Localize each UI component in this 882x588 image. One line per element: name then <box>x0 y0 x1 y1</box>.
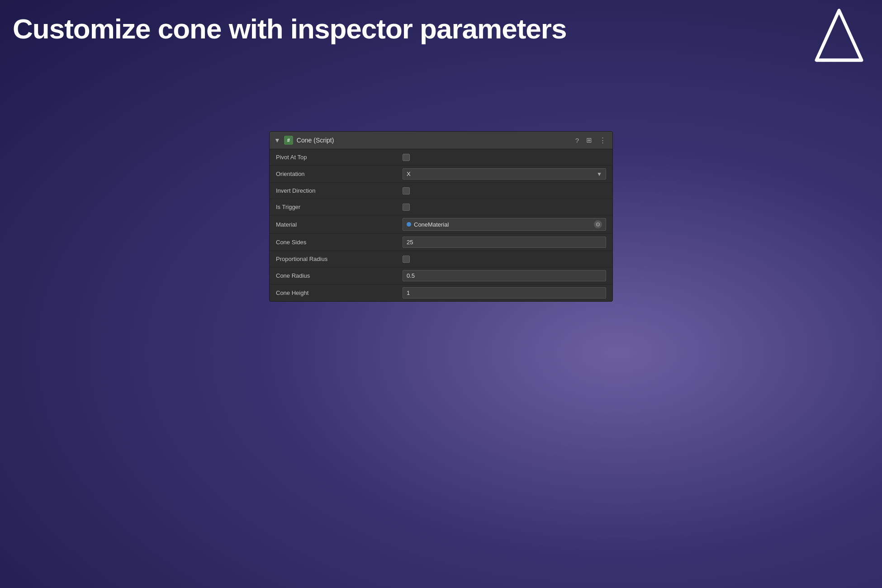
orientation-label: Orientation <box>276 171 403 177</box>
material-value: ConeMaterial ⊙ <box>403 218 606 231</box>
cone-height-value: 1 <box>403 287 606 299</box>
help-icon[interactable]: ? <box>574 136 581 145</box>
proportional-radius-row: Proportional Radius <box>270 251 612 267</box>
cone-sides-row: Cone Sides 25 <box>270 234 612 251</box>
page-title: Customize cone with inspector parameters <box>13 13 566 45</box>
inspector-panel: ▼ # Cone (Script) ? ⊞ ⋮ Pivot At Top Ori… <box>269 131 613 302</box>
pivot-at-top-value <box>403 154 606 161</box>
svg-marker-0 <box>816 10 862 60</box>
cone-height-row: Cone Height 1 <box>270 285 612 301</box>
proportional-radius-value <box>403 256 606 263</box>
is-trigger-checkbox[interactable] <box>403 204 410 211</box>
material-label: Material <box>276 221 403 228</box>
inspector-header: ▼ # Cone (Script) ? ⊞ ⋮ <box>270 132 612 149</box>
cone-icon <box>814 8 864 67</box>
settings-icon[interactable]: ⊞ <box>584 135 594 145</box>
orientation-row: Orientation X ▼ <box>270 166 612 183</box>
cone-radius-label: Cone Radius <box>276 272 403 279</box>
cone-height-field[interactable]: 1 <box>403 287 606 299</box>
proportional-radius-label: Proportional Radius <box>276 256 403 262</box>
dropdown-arrow-icon: ▼ <box>597 171 602 177</box>
collapse-arrow-icon[interactable]: ▼ <box>274 137 280 144</box>
more-options-icon[interactable]: ⋮ <box>597 135 608 145</box>
cone-sides-label: Cone Sides <box>276 239 403 246</box>
is-trigger-label: Is Trigger <box>276 204 403 210</box>
cone-radius-field[interactable]: 0.5 <box>403 270 606 281</box>
cone-radius-row: Cone Radius 0.5 <box>270 267 612 285</box>
cone-sides-field[interactable]: 25 <box>403 237 606 248</box>
inspector-title: Cone (Script) <box>297 137 570 144</box>
material-field[interactable]: ConeMaterial ⊙ <box>403 218 606 231</box>
is-trigger-row: Is Trigger <box>270 199 612 215</box>
invert-direction-row: Invert Direction <box>270 183 612 199</box>
material-dot-icon <box>407 222 411 227</box>
cone-sides-value: 25 <box>403 237 606 248</box>
inspector-header-actions: ? ⊞ ⋮ <box>574 135 608 145</box>
pivot-at-top-row: Pivot At Top <box>270 149 612 166</box>
cone-radius-value: 0.5 <box>403 270 606 281</box>
invert-direction-checkbox[interactable] <box>403 187 410 194</box>
material-picker-button[interactable]: ⊙ <box>594 220 602 228</box>
invert-direction-value <box>403 187 606 194</box>
invert-direction-label: Invert Direction <box>276 187 403 194</box>
material-row: Material ConeMaterial ⊙ <box>270 215 612 234</box>
orientation-dropdown[interactable]: X ▼ <box>403 168 606 180</box>
script-icon: # <box>284 136 293 145</box>
orientation-value: X ▼ <box>403 168 606 180</box>
cone-height-label: Cone Height <box>276 289 403 296</box>
material-name: ConeMaterial <box>414 221 594 228</box>
proportional-radius-checkbox[interactable] <box>403 256 410 263</box>
pivot-at-top-checkbox[interactable] <box>403 154 410 161</box>
pivot-at-top-label: Pivot At Top <box>276 154 403 161</box>
orientation-dropdown-value: X <box>407 171 411 177</box>
is-trigger-value <box>403 204 606 211</box>
